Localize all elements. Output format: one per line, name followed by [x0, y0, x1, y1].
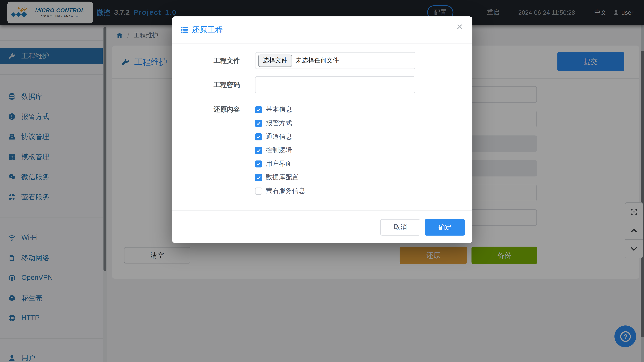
restore-option-label: 萤石服务信息 — [266, 187, 305, 195]
cancel-button[interactable]: 取消 — [380, 219, 420, 236]
restore-option-label: 控制逻辑 — [266, 146, 292, 155]
checkbox-checked-icon[interactable] — [255, 133, 262, 140]
viewport: MICRO CONTROL — 北京微控工业网关技术有限公司 — 微控 3.7.… — [0, 0, 644, 362]
app-window: MICRO CONTROL — 北京微控工业网关技术有限公司 — 微控 3.7.… — [0, 0, 644, 362]
restore-option-row[interactable]: 萤石服务信息 — [255, 186, 305, 195]
dialog-title: 还原工程 — [192, 16, 223, 43]
checkbox-checked-icon[interactable] — [255, 106, 262, 113]
project-password-input[interactable] — [255, 76, 415, 93]
restore-content-label: 还原内容 — [180, 105, 240, 114]
choose-file-button[interactable]: 选择文件 — [258, 54, 292, 66]
checkbox-checked-icon[interactable] — [255, 120, 262, 127]
restore-option-label: 用户界面 — [266, 159, 292, 168]
restore-option-label: 数据库配置 — [266, 173, 298, 182]
restore-option-row[interactable]: 报警方式 — [255, 119, 292, 128]
list-icon — [180, 26, 188, 34]
checkbox-checked-icon[interactable] — [255, 174, 262, 181]
restore-option-row[interactable]: 基本信息 — [255, 105, 292, 114]
restore-project-dialog: 还原工程 × 工程文件 选择文件 未选择任何文件 工程密码 还原内容 基本信息报… — [172, 16, 472, 243]
restore-option-label: 通道信息 — [266, 132, 292, 141]
restore-option-row[interactable]: 数据库配置 — [255, 173, 299, 182]
file-status-text: 未选择任何文件 — [296, 57, 339, 64]
checkbox-unchecked-icon[interactable] — [255, 187, 262, 194]
restore-option-row[interactable]: 通道信息 — [255, 132, 292, 141]
file-field-label: 工程文件 — [180, 52, 240, 69]
dialog-footer-divider — [172, 210, 472, 211]
dialog-header-divider — [172, 43, 472, 44]
checkbox-checked-icon[interactable] — [255, 147, 262, 154]
project-file-input[interactable]: 选择文件 未选择任何文件 — [255, 52, 415, 69]
password-field-label: 工程密码 — [180, 76, 240, 93]
ok-button[interactable]: 确定 — [425, 219, 465, 236]
restore-option-row[interactable]: 控制逻辑 — [255, 146, 292, 155]
restore-option-row[interactable]: 用户界面 — [255, 159, 292, 168]
restore-option-label: 报警方式 — [266, 119, 292, 127]
checkbox-checked-icon[interactable] — [255, 160, 262, 167]
restore-option-label: 基本信息 — [266, 105, 292, 114]
close-icon[interactable]: × — [454, 20, 466, 33]
